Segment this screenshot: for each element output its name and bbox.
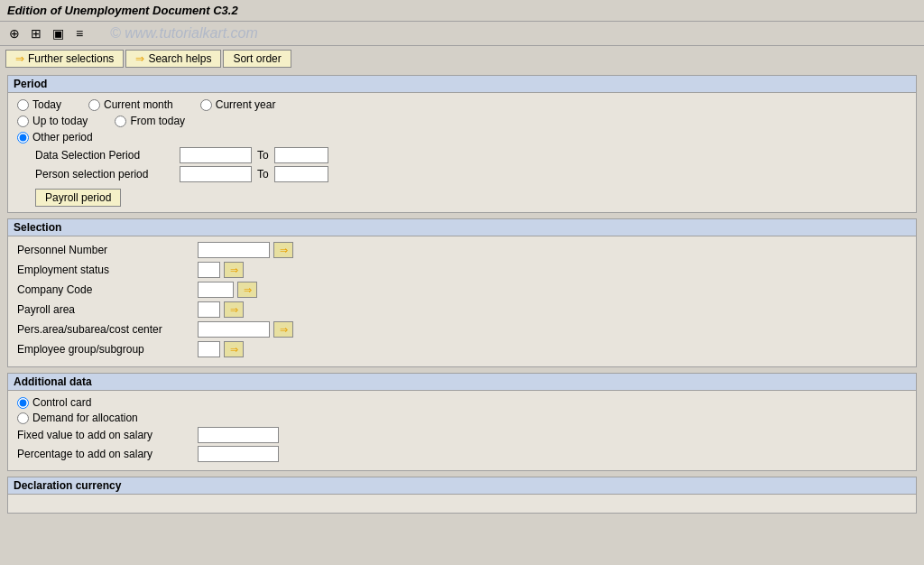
personnel-number-label: Personnel Number	[17, 244, 198, 256]
fixed-value-row: Fixed value to add on salary	[17, 427, 907, 443]
page-title: Edition of Unemployment Document C3.2	[7, 4, 238, 17]
payroll-area-arrow-btn[interactable]: ⇒	[224, 301, 244, 318]
person-selection-label: Person selection period	[35, 168, 180, 181]
period-section: Period Today Current month Current year	[7, 75, 917, 213]
pers-area-row: Pers.area/subarea/cost center ⇒	[17, 321, 907, 338]
demand-for-allocation-row: Demand for allocation	[17, 412, 907, 424]
company-code-arrow-btn[interactable]: ⇒	[237, 282, 257, 298]
additional-data-body: Control card Demand for allocation Fixed…	[8, 391, 916, 470]
toolbar-icon-4[interactable]: ≡	[70, 24, 88, 42]
data-selection-to-input[interactable]	[274, 147, 328, 163]
data-selection-from-input[interactable]	[180, 147, 252, 163]
person-selection-to-input[interactable]	[274, 166, 328, 182]
main-content: Period Today Current month Current year	[0, 71, 924, 564]
tab-arrow-icon-2: ⇒	[135, 52, 144, 65]
declaration-currency-section: Declaration currency	[7, 477, 917, 514]
data-selection-row: Data Selection Period To	[35, 147, 907, 163]
radio-from-today-input[interactable]	[115, 116, 126, 127]
radio-other-period-input[interactable]	[17, 132, 29, 144]
employment-status-input[interactable]	[198, 262, 220, 278]
percentage-label: Percentage to add on salary	[17, 448, 198, 460]
radio-demand-for-allocation[interactable]: Demand for allocation	[17, 412, 138, 424]
period-row-1: Today Current month Current year	[17, 98, 907, 111]
employee-group-input[interactable]	[198, 341, 220, 357]
tab-arrow-icon-1: ⇒	[15, 52, 24, 65]
percentage-row: Percentage to add on salary	[17, 446, 907, 462]
pers-area-input[interactable]	[198, 321, 270, 338]
personnel-number-row: Personnel Number ⇒	[17, 242, 907, 258]
employment-status-arrow-btn[interactable]: ⇒	[224, 262, 244, 278]
radio-up-to-today-input[interactable]	[17, 116, 29, 127]
radio-demand-for-allocation-label: Demand for allocation	[32, 412, 138, 424]
additional-data-header: Additional data	[8, 374, 916, 391]
radio-demand-for-allocation-input[interactable]	[17, 412, 29, 424]
radio-today-input[interactable]	[17, 99, 29, 111]
additional-data-section: Additional data Control card Demand for …	[7, 373, 917, 471]
tab-sort-order-label: Sort order	[233, 52, 281, 65]
radio-current-month-label: Current month	[104, 98, 173, 111]
declaration-currency-header: Declaration currency	[8, 477, 916, 495]
radio-up-to-today[interactable]: Up to today	[17, 115, 88, 127]
company-code-label: Company Code	[17, 283, 198, 296]
period-section-header: Period	[8, 76, 916, 93]
radio-control-card-label: Control card	[32, 396, 91, 409]
radio-from-today[interactable]: From today	[115, 115, 185, 127]
radio-today-label: Today	[32, 98, 61, 111]
radio-today[interactable]: Today	[17, 98, 61, 111]
radio-current-year-input[interactable]	[200, 99, 212, 111]
selection-section-body: Personnel Number ⇒ Employment status ⇒ C…	[8, 236, 916, 366]
toolbar-icon-1[interactable]: ⊕	[5, 24, 23, 42]
pers-area-label: Pers.area/subarea/cost center	[17, 323, 198, 336]
company-code-row: Company Code ⇒	[17, 282, 907, 298]
employee-group-arrow-btn[interactable]: ⇒	[224, 341, 244, 357]
radio-other-period-label: Other period	[32, 131, 93, 144]
payroll-area-row: Payroll area ⇒	[17, 301, 907, 318]
employee-group-label: Employee group/subgroup	[17, 343, 198, 356]
data-selection-to-label: To	[257, 149, 269, 162]
toolbar-icon-3[interactable]: ▣	[49, 24, 67, 42]
fixed-value-label: Fixed value to add on salary	[17, 429, 198, 441]
selection-section: Selection Personnel Number ⇒ Employment …	[7, 218, 917, 367]
radio-current-month[interactable]: Current month	[88, 98, 173, 111]
tab-further-selections[interactable]: ⇒ Further selections	[5, 50, 124, 68]
tabs-bar: ⇒ Further selections ⇒ Search helps Sort…	[0, 46, 924, 71]
tab-search-helps[interactable]: ⇒ Search helps	[125, 50, 221, 68]
person-selection-row: Person selection period To	[35, 166, 907, 182]
employment-status-label: Employment status	[17, 264, 198, 276]
period-section-body: Today Current month Current year Up to t…	[8, 93, 916, 212]
payroll-area-input[interactable]	[198, 301, 220, 318]
period-row-3: Other period	[17, 131, 907, 144]
toolbar: ⊕ ⊞ ▣ ≡ © www.tutorialkart.com	[0, 22, 924, 46]
radio-current-year[interactable]: Current year	[200, 98, 276, 111]
toolbar-icon-2[interactable]: ⊞	[27, 24, 45, 42]
employment-status-row: Employment status ⇒	[17, 262, 907, 278]
tab-further-selections-label: Further selections	[28, 52, 114, 65]
radio-control-card-input[interactable]	[17, 397, 29, 409]
person-selection-from-input[interactable]	[180, 166, 252, 182]
personnel-number-input[interactable]	[198, 242, 270, 258]
period-fields: Data Selection Period To Person selectio…	[35, 147, 907, 207]
period-row-2: Up to today From today	[17, 115, 907, 127]
payroll-period-button[interactable]: Payroll period	[35, 189, 121, 207]
radio-other-period[interactable]: Other period	[17, 131, 93, 144]
personnel-number-arrow-btn[interactable]: ⇒	[273, 242, 293, 258]
radio-up-to-today-label: Up to today	[32, 115, 88, 127]
radio-control-card[interactable]: Control card	[17, 396, 91, 409]
tab-search-helps-label: Search helps	[148, 52, 211, 65]
declaration-currency-body	[8, 495, 916, 513]
percentage-input[interactable]	[198, 446, 279, 462]
tab-sort-order[interactable]: Sort order	[223, 50, 291, 68]
radio-current-month-input[interactable]	[88, 99, 100, 111]
selection-section-header: Selection	[8, 219, 916, 236]
person-selection-to-label: To	[257, 168, 269, 181]
company-code-input[interactable]	[198, 282, 234, 298]
control-card-row: Control card	[17, 396, 907, 409]
data-selection-label: Data Selection Period	[35, 149, 180, 162]
employee-group-row: Employee group/subgroup ⇒	[17, 341, 907, 357]
pers-area-arrow-btn[interactable]: ⇒	[273, 321, 293, 338]
radio-from-today-label: From today	[130, 115, 185, 127]
radio-current-year-label: Current year	[216, 98, 276, 111]
title-bar: Edition of Unemployment Document C3.2	[0, 0, 924, 22]
fixed-value-input[interactable]	[198, 427, 279, 443]
payroll-area-label: Payroll area	[17, 303, 198, 316]
